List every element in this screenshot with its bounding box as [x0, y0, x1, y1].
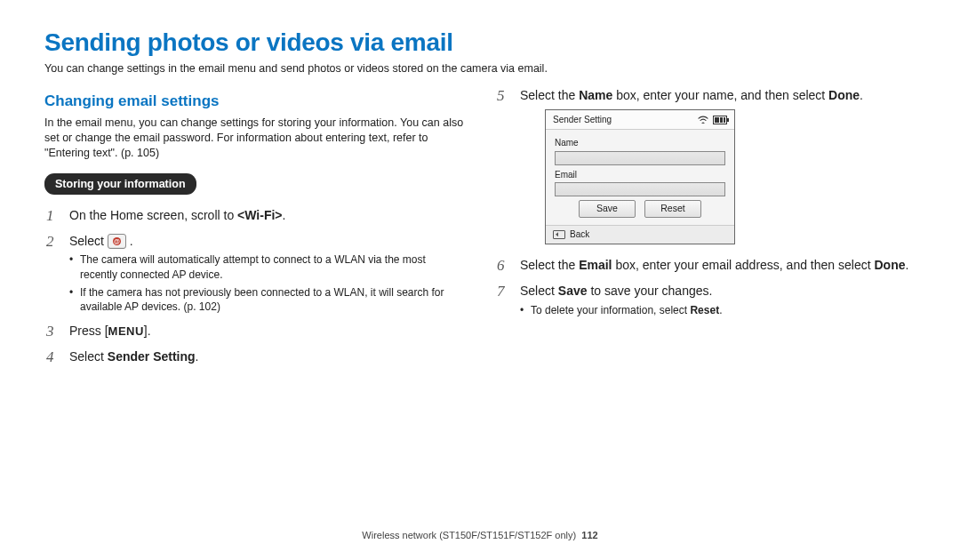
- step-4: 4 Select Sender Setting.: [44, 348, 465, 365]
- step-text: Press [: [69, 324, 108, 338]
- step-number: 6: [497, 256, 505, 276]
- email-field[interactable]: [555, 182, 725, 196]
- sub-bullet: To delete your information, select Reset…: [520, 303, 916, 317]
- step-text: Select: [520, 284, 558, 298]
- step-5: 5 Select the Name box, enter your name, …: [495, 87, 916, 244]
- email-label: Email: [555, 169, 725, 181]
- step-text: Select: [69, 234, 108, 248]
- battery-icon: [713, 116, 727, 124]
- section-pill: Storing your information: [44, 173, 196, 195]
- reset-button[interactable]: Reset: [644, 200, 701, 218]
- footer-text: Wireless network (ST150F/ST151F/ST152F o…: [362, 530, 576, 540]
- step-post: to save your changes.: [588, 284, 713, 298]
- sub-bullet: If the camera has not previously been co…: [69, 285, 465, 314]
- email-icon: @: [108, 234, 126, 249]
- panel-header: Sender Setting: [546, 110, 734, 131]
- step-post: .: [126, 234, 133, 248]
- sub-bold: Reset: [690, 304, 719, 316]
- save-button[interactable]: Save: [579, 200, 636, 218]
- step-post: ].: [144, 324, 151, 338]
- step-number: 3: [46, 322, 54, 342]
- step-mid: box, enter your email address, and then …: [612, 258, 875, 272]
- right-column: 5 Select the Name box, enter your name, …: [495, 87, 916, 374]
- status-icons: [698, 116, 727, 124]
- step-bold: Save: [558, 284, 588, 298]
- step-post: .: [283, 208, 286, 222]
- name-label: Name: [555, 137, 725, 149]
- back-label: Back: [570, 228, 589, 241]
- step-number: 4: [46, 348, 54, 368]
- step-bold: Done: [874, 258, 905, 272]
- name-field[interactable]: [555, 151, 725, 165]
- sub-intro: In the email menu, you can change settin…: [44, 116, 465, 161]
- sub-bullet: The camera will automatically attempt to…: [69, 252, 465, 281]
- panel-footer: Back: [546, 225, 734, 244]
- step-bold: <Wi-Fi>: [237, 208, 282, 222]
- menu-key-label: MENU: [108, 324, 144, 338]
- step-bold: Sender Setting: [108, 349, 196, 364]
- sub-text: To delete your information, select: [531, 304, 690, 316]
- page-intro: You can change settings in the email men…: [44, 62, 916, 75]
- step-text: Select the: [520, 88, 579, 102]
- step-text: Select: [69, 349, 108, 364]
- step-1: 1 On the Home screen, scroll to <Wi-Fi>.: [44, 207, 465, 224]
- step-number: 7: [497, 282, 505, 302]
- step-bold: Done: [828, 88, 860, 102]
- step-bold: Name: [579, 88, 612, 102]
- step-bold: Email: [579, 258, 612, 272]
- panel-title: Sender Setting: [553, 114, 612, 126]
- sub-text: .: [719, 304, 722, 316]
- back-key-icon: [553, 230, 565, 239]
- step-3: 3 Press [MENU].: [44, 323, 465, 340]
- sender-setting-panel: Sender Setting Name Email: [545, 109, 735, 244]
- page-title: Sending photos or videos via email: [44, 28, 916, 57]
- step-text: Select the: [520, 258, 579, 272]
- step-post: .: [860, 88, 863, 102]
- subheading: Changing email settings: [44, 92, 465, 110]
- left-column: Changing email settings In the email men…: [44, 87, 465, 374]
- step-post: .: [905, 258, 908, 272]
- step-number: 2: [46, 232, 54, 252]
- wifi-icon: [698, 116, 708, 124]
- page-number: 112: [581, 530, 597, 540]
- step-7: 7 Select Save to save your changes. To d…: [495, 283, 916, 317]
- page-footer: Wireless network (ST150F/ST151F/ST152F o…: [0, 530, 960, 540]
- step-6: 6 Select the Email box, enter your email…: [495, 257, 916, 274]
- step-mid: box, enter your name, and then select: [612, 88, 828, 102]
- step-2: 2 Select @ . The camera will automatical…: [44, 233, 465, 315]
- step-number: 1: [46, 206, 54, 227]
- step-number: 5: [497, 86, 505, 107]
- step-post: .: [196, 349, 199, 364]
- step-text: On the Home screen, scroll to: [69, 208, 237, 222]
